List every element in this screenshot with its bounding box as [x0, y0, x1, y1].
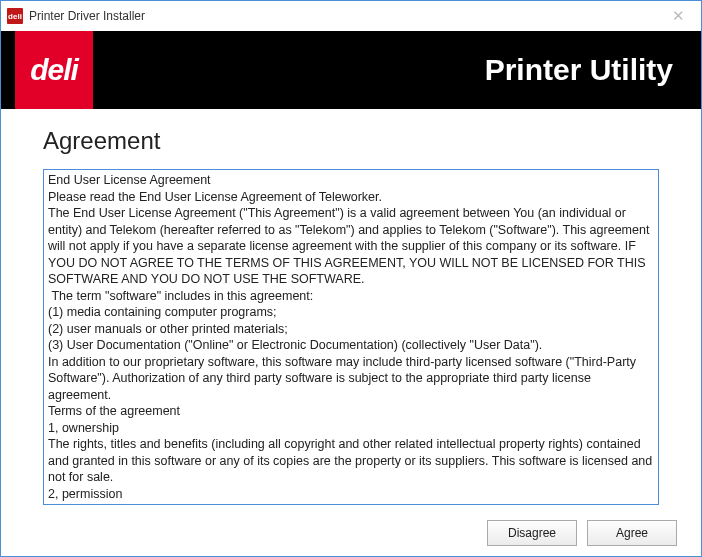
banner-title: Printer Utility [485, 53, 673, 87]
installer-window: deli Printer Driver Installer ✕ deli Pri… [0, 0, 702, 557]
disagree-button[interactable]: Disagree [487, 520, 577, 546]
app-icon: deli [7, 8, 23, 24]
brand-logo: deli [15, 31, 93, 109]
window-title: Printer Driver Installer [29, 9, 655, 23]
banner: deli Printer Utility [1, 31, 701, 109]
content-area: Agreement End User License Agreement Ple… [1, 109, 701, 515]
agree-button[interactable]: Agree [587, 520, 677, 546]
footer: Disagree Agree [1, 515, 701, 556]
eula-textarea[interactable]: End User License Agreement Please read t… [43, 169, 659, 505]
page-title: Agreement [43, 127, 659, 155]
brand-logo-text: deli [30, 53, 78, 87]
titlebar: deli Printer Driver Installer ✕ [1, 1, 701, 31]
close-icon[interactable]: ✕ [655, 1, 701, 31]
